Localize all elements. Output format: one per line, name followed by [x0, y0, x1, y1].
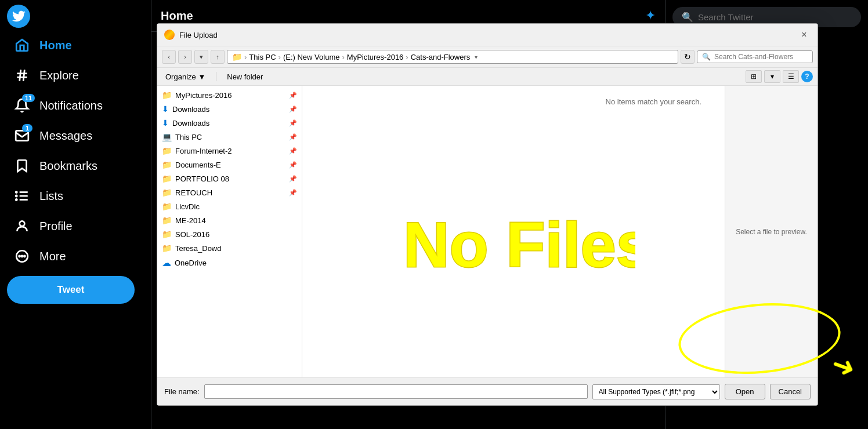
folder-item-forum[interactable]: 📁 Forum-Internet-2 📌: [157, 144, 302, 158]
path-item-catsflowers[interactable]: Cats-and-Flowers: [411, 53, 471, 61]
filetype-select[interactable]: All Supported Types (*.jfif;*.png: [592, 384, 720, 399]
thispc-icon: 💻: [162, 132, 172, 141]
folder-name-sol2016: SOL-2016: [175, 230, 297, 239]
folder-icon-licvdic: 📁: [162, 202, 172, 211]
folder-name-licvdic: LicvDic: [175, 202, 297, 211]
preview-panel: Select a file to preview.: [725, 86, 818, 377]
folder-name-teresa: Teresa_Dowd: [175, 244, 297, 253]
folder-name-portfolio: PORTFOLIO 08: [175, 174, 285, 183]
folder-item-documents[interactable]: 📁 Documents-E 📌: [157, 158, 302, 172]
address-path[interactable]: 📁 › This PC › (E:) New Volume › MyPictur…: [227, 50, 678, 64]
folder-name-me2014: ME-2014: [175, 216, 297, 225]
path-dropdown-icon[interactable]: ▾: [475, 54, 478, 60]
download-icon-1: ⬇: [162, 104, 169, 114]
refresh-button[interactable]: ↻: [681, 50, 695, 64]
folder-name-retouch: RETOUCH: [175, 188, 285, 197]
folder-item-sol2016[interactable]: 📁 SOL-2016: [157, 227, 302, 241]
filename-label: File name:: [164, 387, 200, 396]
yellow-arrow-annotation: ➜: [827, 347, 860, 385]
folder-name-thispc: This PC: [175, 133, 285, 141]
pin-icon[interactable]: 📌: [289, 92, 297, 99]
back-button[interactable]: ‹: [162, 50, 176, 64]
dialog-titlebar: File Upload ×: [157, 24, 818, 46]
cancel-button[interactable]: Cancel: [770, 384, 811, 399]
download-icon-2: ⬇: [162, 118, 169, 128]
folder-item-portfolio[interactable]: 📁 PORTFOLIO 08 📌: [157, 172, 302, 186]
address-search[interactable]: 🔍: [697, 50, 813, 63]
help-button[interactable]: ?: [801, 71, 813, 82]
folder-name-forum: Forum-Internet-2: [175, 147, 285, 155]
dialog-title-text: File Upload: [179, 31, 218, 39]
up-button[interactable]: ↑: [211, 50, 225, 64]
dropdown-button[interactable]: ▾: [194, 50, 208, 64]
address-bar: ‹ › ▾ ↑ 📁 › This PC › (E:) New Volume › …: [157, 46, 818, 68]
folder-item-retouch[interactable]: 📁 RETOUCH 📌: [157, 186, 302, 199]
folder-icon-teresa: 📁: [162, 243, 172, 253]
pin-icon-4[interactable]: 📌: [289, 133, 297, 141]
toolbar-separator: [216, 72, 216, 81]
view-detail-button[interactable]: ☰: [783, 70, 799, 83]
folder-icon-portfolio: 📁: [162, 174, 172, 183]
file-upload-dialog: File Upload × ‹ › ▾ ↑ 📁 › This PC › (E:)…: [157, 23, 818, 406]
folder-item-teresa[interactable]: 📁 Teresa_Dowd: [157, 241, 302, 255]
dialog-close-button[interactable]: ×: [798, 28, 811, 41]
onedrive-icon: ☁: [162, 257, 171, 268]
no-files-area: No items match your search. No Files: [302, 86, 725, 377]
toolbar-right: ⊞ ▾ ☰ ?: [746, 70, 813, 83]
folder-name-onedrive: OneDrive: [175, 259, 297, 267]
folder-name-downloads1: Downloads: [172, 105, 285, 114]
folder-item-licvdic[interactable]: 📁 LicvDic: [157, 199, 302, 213]
folder-item-thispc[interactable]: 💻 This PC 📌: [157, 130, 302, 144]
firefox-icon: [164, 30, 175, 40]
preview-text: Select a file to preview.: [736, 228, 807, 236]
organize-button[interactable]: Organize ▼: [162, 71, 209, 83]
new-folder-button[interactable]: New folder: [223, 71, 266, 83]
folder-icon-retouch: 📁: [162, 188, 172, 197]
pin-icon-5[interactable]: 📌: [289, 147, 297, 155]
folder-item-downloads2[interactable]: ⬇ Downloads 📌: [157, 116, 302, 130]
dialog-title-left: File Upload: [164, 30, 218, 40]
folder-item-me2014[interactable]: 📁 ME-2014: [157, 213, 302, 227]
pin-icon-7[interactable]: 📌: [289, 175, 297, 183]
view-dropdown-button[interactable]: ▾: [764, 70, 780, 83]
path-item-mypictures[interactable]: MyPictures-2016: [347, 53, 404, 61]
folder-name-mypictures: MyPictures-2016: [175, 91, 285, 100]
folder-item-mypictures[interactable]: 📁 MyPictures-2016 📌: [157, 88, 302, 102]
dialog-body: 📁 MyPictures-2016 📌 ⬇ Downloads 📌 ⬇ Down…: [157, 86, 818, 377]
pin-icon-2[interactable]: 📌: [289, 106, 297, 113]
folder-icon-sol2016: 📁: [162, 230, 172, 239]
folder-icon-me2014: 📁: [162, 216, 172, 225]
folder-icon-documents: 📁: [162, 160, 172, 169]
folder-icon-mypictures: 📁: [162, 90, 172, 100]
search-icon-small: 🔍: [702, 53, 711, 61]
open-button[interactable]: Open: [725, 384, 765, 399]
no-files-artwork: No Files: [392, 180, 635, 284]
folder-item-onedrive[interactable]: ☁ OneDrive: [157, 255, 302, 271]
pin-icon-3[interactable]: 📌: [289, 119, 297, 127]
folder-item-downloads1[interactable]: ⬇ Downloads 📌: [157, 102, 302, 116]
pin-icon-8[interactable]: 📌: [289, 189, 297, 197]
forward-button[interactable]: ›: [178, 50, 192, 64]
folder-panel: 📁 MyPictures-2016 📌 ⬇ Downloads 📌 ⬇ Down…: [157, 86, 302, 377]
dialog-toolbar: Organize ▼ New folder ⊞ ▾ ☰ ?: [157, 68, 818, 86]
no-items-text: No items match your search.: [606, 97, 701, 106]
folder-search-input[interactable]: [714, 53, 795, 61]
dialog-bottom: File name: All Supported Types (*.jfif;*…: [157, 377, 818, 405]
content-area: No items match your search. No Files: [302, 86, 725, 377]
view-thumbnail-button[interactable]: ⊞: [746, 70, 762, 83]
filename-input[interactable]: [204, 384, 588, 399]
pin-icon-6[interactable]: 📌: [289, 161, 297, 169]
path-item-thispc[interactable]: This PC: [249, 53, 276, 61]
folder-name-documents: Documents-E: [175, 161, 285, 169]
svg-text:No Files: No Files: [403, 209, 635, 280]
path-item-newvolume[interactable]: (E:) New Volume: [283, 53, 340, 61]
folder-icon-forum: 📁: [162, 146, 172, 155]
folder-name-downloads2: Downloads: [172, 119, 285, 128]
dialog-overlay: File Upload × ‹ › ▾ ↑ 📁 › This PC › (E:)…: [0, 0, 868, 429]
